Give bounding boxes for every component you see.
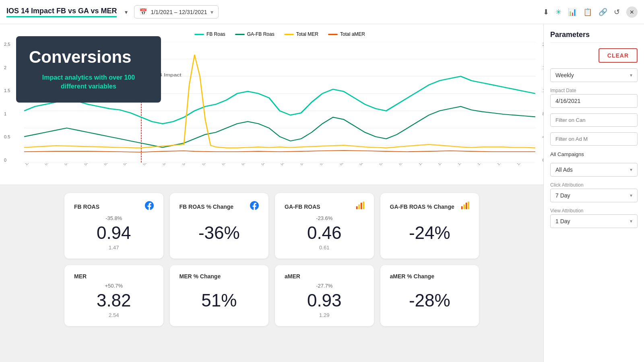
metric-header-mer: MER (74, 273, 154, 280)
metric-baseline-mer-change (180, 312, 259, 318)
date-picker-chevron: ▾ (211, 9, 213, 15)
metric-change-amer-pct (390, 283, 470, 289)
legend-total-amer-line (328, 34, 338, 35)
svg-rect-14 (461, 206, 463, 209)
frequency-chevron: ▾ (630, 72, 632, 78)
y-axis-left: 2.521.510.50 (4, 42, 10, 162)
metric-baseline-mer: 2.54 (74, 312, 154, 318)
filter-ad-input[interactable] (550, 132, 638, 146)
metric-header-mer-change: MER % Change (180, 273, 259, 280)
date-range-value: 1/1/2021 – 12/31/2021 (151, 9, 207, 15)
click-attr-chevron: ▾ (630, 193, 632, 198)
content-area: Conversions Impact analytics with over 1… (0, 24, 543, 362)
legend-ga-fb-roas-label: GA-FB Roas (247, 31, 275, 37)
legend-total-amer-label: Total aMER (340, 31, 365, 37)
panel-title: Parameters (550, 31, 638, 43)
metric-header-amer-change: aMER % Change (390, 273, 470, 280)
metric-card-fb-roas-change: FB ROAS % Change -36% (170, 193, 269, 259)
close-button[interactable]: ✕ (626, 6, 638, 18)
page-title: IOS 14 Impact FB vs GA vs MER (6, 7, 117, 17)
frequency-value: Weekly (555, 72, 574, 78)
fb-icon-roas-change (250, 201, 259, 212)
legend-fb-roas: FB Roas (194, 31, 225, 37)
impact-date-value[interactable]: 4/16/2021 (550, 94, 638, 108)
click-attribution-label: Click Attribution (550, 182, 638, 188)
all-ads-chevron: ▾ (630, 167, 632, 173)
x-axis-labels: 12/27-01/02 01/10-01/16 01/24-01/30 02/0… (24, 163, 535, 167)
view-attribution-dropdown[interactable]: 1 Day ▾ (550, 214, 638, 228)
calendar-icon: 📅 (139, 8, 147, 16)
legend-fb-roas-line (194, 34, 204, 35)
ga-icon-roas-change (460, 201, 469, 212)
svg-rect-15 (463, 204, 465, 209)
asterisk-icon[interactable]: ✳ (555, 8, 561, 16)
metric-value-fb-roas-change: -36% (180, 223, 259, 243)
bar-chart-icon[interactable]: 📊 (568, 8, 577, 16)
filter-campaign-input[interactable] (550, 113, 638, 127)
click-attribution-section: Click Attribution 7 Day ▾ (550, 182, 638, 202)
svg-rect-17 (468, 202, 469, 209)
metric-title-mer-change: MER % Change (180, 273, 221, 280)
metric-title-amer-change: aMER % Change (390, 273, 434, 280)
clear-button[interactable]: CLEAR (599, 48, 638, 63)
svg-rect-12 (360, 203, 362, 210)
svg-rect-11 (358, 204, 360, 209)
legend-total-mer: Total MER (284, 31, 318, 37)
link-icon[interactable]: 🔗 (599, 8, 607, 16)
all-ads-value: All Ads (555, 167, 573, 173)
metric-baseline-amer-change (390, 312, 470, 318)
metric-header-ga-fb-roas-change: GA-FB ROAS % Change (390, 201, 470, 212)
impact-date-label: Impact Date (550, 88, 638, 93)
metric-value-mer-change: 51% (180, 290, 259, 311)
svg-rect-16 (466, 203, 467, 210)
metrics-grid-bottom: MER +50.7% 3.82 2.54 MER % Change 51% (64, 265, 479, 326)
metric-card-mer-change: MER % Change 51% (170, 265, 269, 326)
metric-change-ga-fb-roas: -23.6% (285, 215, 364, 221)
metric-change-mer: +50.7% (74, 283, 154, 289)
metrics-grid-top: FB ROAS -35.8% 0.94 1.47 FB ROAS % Chang… (64, 193, 479, 259)
metric-value-amer-change: -28% (390, 290, 470, 311)
chart-section: Conversions Impact analytics with over 1… (0, 24, 543, 185)
clipboard-icon[interactable]: 📋 (583, 8, 592, 16)
refresh-icon[interactable]: ↺ (614, 8, 620, 16)
title-dropdown-icon[interactable]: ▾ (125, 9, 128, 15)
y-axis-right: 201612840 (543, 42, 543, 162)
legend-ga-fb-roas-line (235, 34, 245, 35)
view-attr-chevron: ▾ (630, 218, 632, 224)
date-range-picker[interactable]: 📅 1/1/2021 – 12/31/2021 ▾ (134, 5, 218, 19)
metric-card-ga-fb-roas: GA-FB ROAS -23.6% 0.46 0.61 (275, 193, 374, 259)
svg-rect-13 (363, 202, 364, 209)
metric-card-amer: aMER -27.7% 0.93 1.29 (275, 265, 374, 326)
all-ads-dropdown[interactable]: All Ads ▾ (550, 163, 638, 177)
ga-icon-roas (355, 201, 364, 212)
metric-card-fb-roas: FB ROAS -35.8% 0.94 1.47 (64, 193, 163, 259)
svg-rect-10 (356, 206, 357, 209)
header-toolbar: ⬇ ✳ 📊 📋 🔗 ↺ ✕ (543, 6, 638, 18)
click-attribution-value: 7 Day (555, 192, 570, 199)
legend-ga-fb-roas: GA-FB Roas (235, 31, 275, 37)
metric-baseline-fb-roas-change (180, 245, 259, 251)
metrics-section: FB ROAS -35.8% 0.94 1.47 FB ROAS % Chang… (0, 185, 543, 341)
right-panel: Parameters CLEAR Weekly ▾ Impact Date 4/… (543, 24, 644, 362)
metric-card-mer: MER +50.7% 3.82 2.54 (64, 265, 163, 326)
metric-change-amer: -27.7% (285, 283, 364, 289)
overlay-heading: Conversions (29, 47, 148, 67)
click-attribution-dropdown[interactable]: 7 Day ▾ (550, 189, 638, 202)
metric-header-fb-roas-change: FB ROAS % Change (180, 201, 259, 212)
metric-header-amer: aMER (285, 273, 364, 280)
metric-title-ga-fb-roas-change: GA-FB ROAS % Change (390, 204, 454, 210)
metric-title-mer: MER (74, 273, 87, 280)
metric-baseline-ga-fb-roas-change (390, 245, 470, 251)
all-campaigns-label: All Campaigns (550, 151, 638, 157)
download-icon[interactable]: ⬇ (543, 8, 549, 16)
fb-icon-roas (145, 201, 154, 212)
metric-card-ga-fb-roas-change: GA-FB ROAS % Change -24% (380, 193, 479, 259)
metric-change-fb-roas-change (180, 215, 259, 221)
metric-value-ga-fb-roas: 0.46 (285, 223, 364, 243)
header: IOS 14 Impact FB vs GA vs MER ▾ 📅 1/1/20… (0, 0, 644, 24)
metric-change-mer-pct (180, 283, 259, 289)
metric-card-amer-change: aMER % Change -28% (380, 265, 479, 326)
legend-fb-roas-label: FB Roas (206, 31, 225, 37)
metric-value-amer: 0.93 (285, 290, 364, 311)
frequency-dropdown[interactable]: Weekly ▾ (550, 68, 638, 82)
